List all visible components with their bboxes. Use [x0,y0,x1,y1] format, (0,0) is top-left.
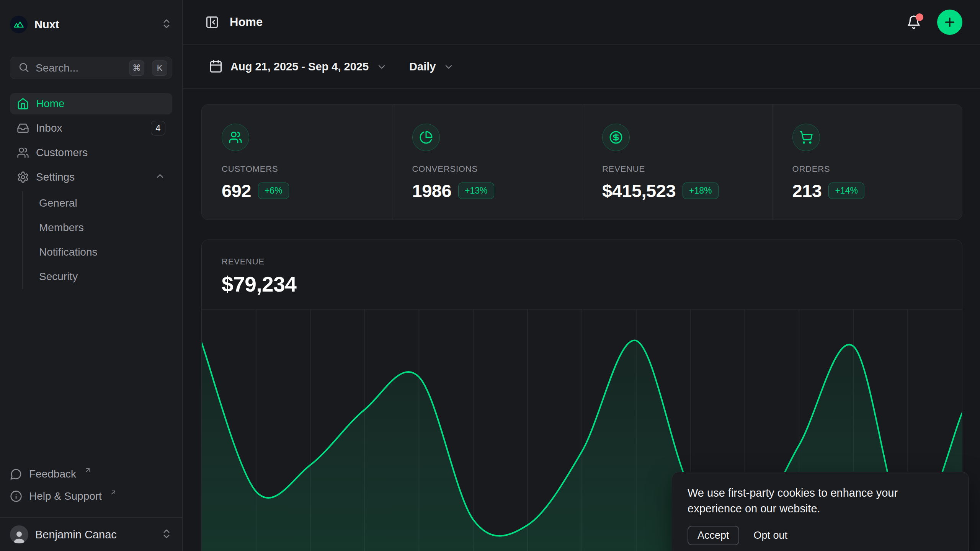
stat-orders[interactable]: ORDERS 213 +14% [772,104,962,220]
inbox-count-badge: 4 [151,121,165,135]
info-circle-icon [10,490,22,502]
stat-conversions[interactable]: CONVERSIONS 1986 +13% [392,104,582,220]
kbd-cmd: ⌘ [129,60,144,76]
collapse-sidebar-button[interactable] [205,15,219,29]
users-circle-icon [222,124,249,151]
search-icon [18,62,29,75]
workspace-name: Nuxt [34,18,154,31]
avatar [10,525,28,544]
sidebar-nav: Home Inbox 4 Customers Settings General [10,93,172,292]
sidebar-item-notifications[interactable]: Notifications [39,240,172,264]
workspace-switcher[interactable]: Nuxt [10,14,172,35]
sidebar-item-inbox[interactable]: Inbox 4 [10,117,172,139]
stat-delta-badge: +6% [258,183,289,199]
sidebar-item-customers[interactable]: Customers [10,142,172,163]
stat-delta-badge: +18% [683,183,718,199]
search-placeholder: Search... [36,62,121,74]
sidebar-item-settings[interactable]: Settings [10,166,172,188]
stat-value: $415,523 [602,180,676,201]
cookie-actions: Accept Opt out [688,526,953,545]
stat-value: 213 [792,180,822,201]
help-support-label: Help & Support [29,490,102,502]
external-link-icon [109,489,117,504]
opt-out-button[interactable]: Opt out [754,527,788,544]
notification-dot [916,13,923,21]
sidebar-footer-links: Feedback Help & Support [10,463,172,507]
panel-left-close-icon [205,15,219,29]
chevron-up-icon [155,171,165,184]
user-name: Benjamin Canac [35,528,154,541]
dollar-circle-icon [602,124,630,151]
sidebar-item-home[interactable]: Home [10,93,172,114]
inbox-icon [17,122,29,134]
gear-icon [17,171,29,183]
app-window: Nuxt Search... ⌘ K Home Inbox 4 [0,0,980,551]
notifications-button[interactable] [906,15,921,29]
sidebar: Nuxt Search... ⌘ K Home Inbox 4 [0,0,183,551]
sidebar-item-security[interactable]: Security [39,264,172,289]
user-menu[interactable]: Benjamin Canac [10,518,172,551]
stat-label: CONVERSIONS [412,164,582,174]
sidebar-item-label: Settings [36,171,148,183]
chevron-down-icon [376,60,387,74]
home-icon [17,98,29,110]
page-header: Home [183,0,980,45]
feedback-label: Feedback [29,468,76,480]
stat-value: 692 [222,180,251,201]
kbd-k: K [152,60,167,76]
pie-chart-icon [412,124,440,151]
users-icon [17,147,29,159]
calendar-icon [209,59,223,75]
accept-button[interactable]: Accept [688,526,739,545]
chevron-up-down-icon [161,18,172,31]
stat-label: ORDERS [792,164,962,174]
add-button[interactable] [937,10,962,35]
help-support-link[interactable]: Help & Support [10,485,172,507]
sidebar-item-members[interactable]: Members [39,215,172,240]
stat-delta-badge: +14% [828,183,864,199]
external-link-icon [83,466,91,482]
granularity-select[interactable]: Daily [409,60,454,74]
page-title: Home [230,15,263,29]
sidebar-item-label: Customers [36,147,165,159]
filters-toolbar: Aug 21, 2025 - Sep 4, 2025 Daily [183,45,980,89]
chart-header: REVENUE $79,234 [202,240,962,297]
stat-customers[interactable]: CUSTOMERS 692 +6% [202,104,392,220]
header-right [906,10,962,35]
stat-delta-badge: +13% [458,183,494,199]
stat-value: 1986 [412,180,452,201]
stat-label: CUSTOMERS [222,164,392,174]
sidebar-item-label: Inbox [36,122,144,134]
date-range-label: Aug 21, 2025 - Sep 4, 2025 [230,60,369,73]
main-area: Home Aug 21, 2025 - Sep 4, 2025 [183,0,980,551]
cookie-message: We use first-party cookies to enhance yo… [688,485,953,517]
cookie-banner: We use first-party cookies to enhance yo… [672,472,969,551]
header-left: Home [205,15,906,29]
search-input[interactable]: Search... ⌘ K [10,57,172,79]
sidebar-item-general[interactable]: General [39,191,172,215]
chart-title: REVENUE [222,257,942,267]
stat-revenue[interactable]: REVENUE $415,523 +18% [582,104,772,220]
shopping-cart-icon [792,124,820,151]
chart-total-value: $79,234 [222,272,942,297]
plus-icon [943,15,957,29]
date-range-picker[interactable]: Aug 21, 2025 - Sep 4, 2025 [209,59,387,75]
settings-sub-nav: General Members Notifications Security [22,191,172,289]
sidebar-item-label: Home [36,98,165,110]
feedback-link[interactable]: Feedback [10,463,172,485]
message-bubble-icon [10,468,22,480]
stats-card: CUSTOMERS 692 +6% CONVERSIONS 1986 +13% [201,104,962,220]
chevron-down-icon [443,60,454,74]
sidebar-spacer [10,292,172,463]
stat-label: REVENUE [602,164,772,174]
granularity-label: Daily [409,60,436,73]
chevron-up-down-icon [161,528,172,541]
nuxt-logo-icon [10,16,28,33]
